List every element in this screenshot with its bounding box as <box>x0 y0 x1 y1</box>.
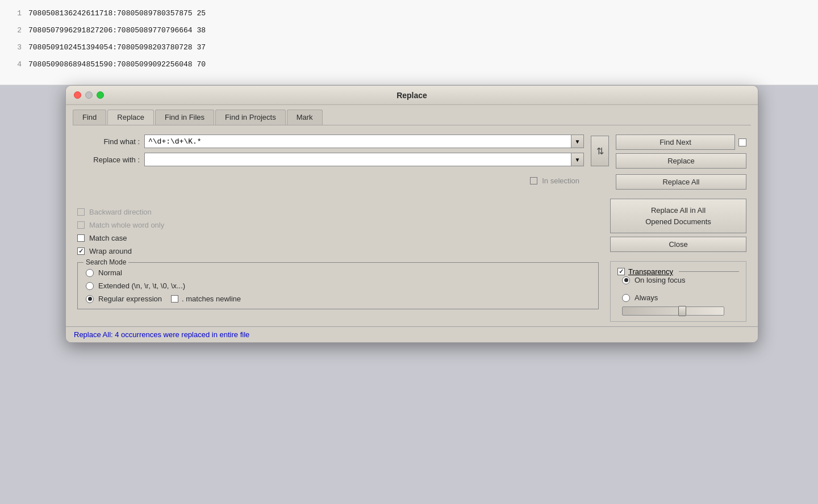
line-number-3: 3 <box>0 43 28 52</box>
find-dropdown-button[interactable]: ▼ <box>571 135 584 148</box>
search-mode-box: Search Mode Normal Extended (\n, \r, \t,… <box>77 262 599 309</box>
replace-dialog: Replace Find Replace Find in Files Find … <box>65 85 758 343</box>
transparency-panel: Transparency On losing focus Always <box>610 261 746 322</box>
transparency-line <box>679 271 739 272</box>
right-side-panel: Replace All in All Opened Documents Clos… <box>599 199 746 322</box>
status-bar: Replace All: 4 occurrences were replaced… <box>66 326 758 342</box>
title-bar: Replace <box>66 86 758 105</box>
status-text: Replace All: 4 occurrences were replaced… <box>74 330 249 339</box>
match-whole-word-row: Match whole word only <box>77 221 599 229</box>
traffic-lights <box>74 91 104 99</box>
editor-line-2: 2 7080507996291827206:70805089770796664 … <box>0 22 818 39</box>
transparency-slider[interactable] <box>622 306 724 316</box>
matches-newline-row: . matches newline <box>171 295 241 303</box>
radio-normal-label: Normal <box>98 268 122 277</box>
tab-mark[interactable]: Mark <box>287 110 323 125</box>
radio-on-losing-focus-label: On losing focus <box>635 276 686 284</box>
search-mode-legend: Search Mode <box>84 258 128 266</box>
close-button[interactable]: Close <box>610 237 746 252</box>
line-number-1: 1 <box>0 9 28 18</box>
maximize-window-button[interactable] <box>97 91 104 99</box>
in-selection-row: In selection <box>530 177 579 185</box>
dialog-body: Find what : ▼ Replace with : ▼ <box>66 125 758 199</box>
wrap-around-label: Wrap around <box>89 247 132 255</box>
find-what-input[interactable] <box>144 135 571 148</box>
line-content-4: 7080509086894851590:70805099092256048 70 <box>28 60 206 69</box>
transparency-label: Transparency <box>628 267 673 276</box>
editor-line-3: 3 7080509102451394054:70805098203780728 … <box>0 39 818 56</box>
radio-always-label: Always <box>635 293 658 302</box>
dialog-title: Replace <box>397 91 427 100</box>
radio-regex-row: Regular expression . matches newline <box>86 295 590 303</box>
replace-all-buttons: Replace All <box>616 174 746 190</box>
swap-button[interactable]: ⇅ <box>591 136 609 166</box>
radio-on-losing-focus-row: On losing focus <box>622 276 739 284</box>
tabs-bar: Find Replace Find in Files Find in Proje… <box>66 105 758 125</box>
match-whole-word-checkbox[interactable] <box>77 221 85 229</box>
editor-line-1: 1 7080508136242611718:70805089780357875 … <box>0 5 818 22</box>
radio-on-losing-focus[interactable] <box>622 276 630 284</box>
line-number-4: 4 <box>0 60 28 69</box>
replace-button[interactable]: Replace <box>616 153 746 169</box>
line-content-3: 7080509102451394054:70805098203780728 37 <box>28 43 206 52</box>
radio-regex[interactable] <box>86 295 94 303</box>
transparency-slider-thumb[interactable] <box>678 306 686 316</box>
matches-newline-label: . matches newline <box>182 295 241 303</box>
close-window-button[interactable] <box>74 91 81 99</box>
replace-with-label: Replace with : <box>77 156 140 164</box>
line-content-2: 7080507996291827206:70805089770796664 38 <box>28 26 206 35</box>
tab-find[interactable]: Find <box>73 110 106 125</box>
wrap-around-checkbox[interactable] <box>77 247 85 255</box>
minimize-window-button[interactable] <box>85 91 93 99</box>
radio-normal[interactable] <box>86 269 94 277</box>
backward-direction-checkbox[interactable] <box>77 208 85 216</box>
editor-background: 1 7080508136242611718:70805089780357875 … <box>0 0 818 85</box>
replace-dropdown-button[interactable]: ▼ <box>571 153 584 166</box>
replace-with-input[interactable] <box>144 153 571 166</box>
transparency-slider-container <box>617 306 739 316</box>
radio-extended-label: Extended (\n, \r, \t, \0, \x...) <box>98 282 185 290</box>
line-content-1: 7080508136242611718:70805089780357875 25 <box>28 9 206 18</box>
backward-direction-row: Backward direction <box>77 208 599 216</box>
match-case-checkbox[interactable] <box>77 234 85 242</box>
editor-lines: 1 7080508136242611718:70805089780357875 … <box>0 0 818 77</box>
radio-extended[interactable] <box>86 282 94 290</box>
transparency-checkbox[interactable] <box>617 268 625 275</box>
line-number-2: 2 <box>0 26 28 35</box>
find-next-button[interactable]: Find Next <box>616 135 735 150</box>
replace-all-opened-button[interactable]: Replace All in All Opened Documents <box>610 199 746 233</box>
options-panel: Backward direction Match whole word only… <box>77 199 599 322</box>
match-case-row: Match case <box>77 234 599 242</box>
in-selection-label: In selection <box>542 177 579 185</box>
tab-find-in-projects[interactable]: Find in Projects <box>215 110 286 125</box>
radio-extended-row: Extended (\n, \r, \t, \0, \x...) <box>86 282 590 290</box>
replace-all-button[interactable]: Replace All <box>616 174 746 190</box>
replace-input-group: ▼ <box>144 153 584 166</box>
options-checkboxes: Backward direction Match whole word only… <box>77 208 599 255</box>
wrap-around-row: Wrap around <box>77 247 599 255</box>
transparency-header: Transparency <box>617 267 739 276</box>
radio-always-row: Always <box>622 293 739 302</box>
radio-regex-label: Regular expression <box>98 295 162 303</box>
transparency-options: On losing focus Always <box>617 276 739 302</box>
right-buttons-panel: Find Next Replace <box>616 135 746 169</box>
in-selection-checkbox[interactable] <box>530 177 537 184</box>
matches-newline-checkbox[interactable] <box>171 295 178 303</box>
find-next-checkbox[interactable] <box>738 138 746 146</box>
find-what-label: Find what : <box>77 137 140 146</box>
replace-with-row: Replace with : ▼ <box>77 153 584 166</box>
tab-find-in-files[interactable]: Find in Files <box>155 110 214 125</box>
match-whole-word-label: Match whole word only <box>89 221 164 229</box>
match-case-label: Match case <box>89 234 127 242</box>
editor-line-4: 4 7080509086894851590:70805099092256048 … <box>0 56 818 73</box>
radio-always[interactable] <box>622 294 630 302</box>
radio-normal-row: Normal <box>86 268 590 277</box>
find-what-row: Find what : ▼ <box>77 135 584 148</box>
find-input-group: ▼ <box>144 135 584 148</box>
tab-replace[interactable]: Replace <box>107 110 154 125</box>
backward-direction-label: Backward direction <box>89 208 152 216</box>
